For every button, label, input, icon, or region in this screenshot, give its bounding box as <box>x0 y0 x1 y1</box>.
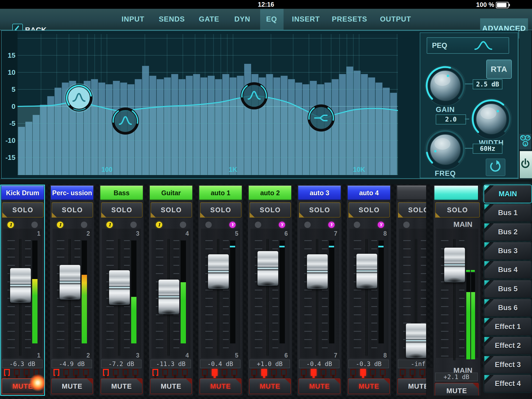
solo-button[interactable]: SOLO <box>101 202 143 218</box>
tab-insert[interactable]: INSERT <box>292 15 320 23</box>
reset-arrow-icon <box>486 159 504 174</box>
fader-db-readout: -0.3 dB <box>348 360 389 368</box>
bus-button-bus-4[interactable]: Bus 4 <box>484 261 531 279</box>
bus-button-bus-3[interactable]: Bus 3 <box>484 242 531 260</box>
solo-button[interactable]: SOLO <box>348 202 390 218</box>
eq-y-tick-label: -15 <box>2 153 15 162</box>
bus-corner-accent <box>484 223 493 232</box>
eq-band-handle[interactable] <box>242 84 266 108</box>
group-badge: 1 <box>156 222 162 228</box>
solo-button[interactable]: SOLO <box>200 202 242 218</box>
fader-db-readout: -6.3 dB <box>2 360 43 368</box>
solo-button[interactable]: SOLO <box>151 202 192 218</box>
solo-button[interactable]: SOLO <box>299 202 340 218</box>
indicator-dot <box>205 222 212 228</box>
bus-button-main[interactable]: MAIN <box>484 185 531 203</box>
mute-button[interactable]: MUTE <box>348 378 390 394</box>
gain-knob[interactable] <box>423 63 468 108</box>
channel-name-button[interactable]: auto 3 <box>298 185 341 200</box>
bus-assign-stem <box>55 375 57 378</box>
gain-knob-label: GAIN <box>425 106 465 114</box>
solo-button[interactable]: SOLO <box>435 202 480 218</box>
fader-handle[interactable] <box>444 247 465 282</box>
tab-dyn[interactable]: DYN <box>234 15 250 23</box>
meter-peak-tick <box>230 246 235 247</box>
channel-number: 6 <box>284 352 288 359</box>
level-meter <box>230 240 236 344</box>
bus-assign-stem <box>313 375 315 378</box>
bus-assign-stem <box>75 375 77 378</box>
level-meter-fill <box>466 292 470 359</box>
channel-name-button[interactable]: auto 4 <box>347 185 390 200</box>
freq-knob[interactable] <box>423 127 468 172</box>
channel-name-button[interactable] <box>397 185 426 200</box>
bus-button-bus-5[interactable]: Bus 5 <box>484 280 531 298</box>
fader-handle[interactable] <box>59 265 81 300</box>
width-knob[interactable] <box>469 96 514 142</box>
reset-button[interactable] <box>486 159 505 176</box>
tab-gate[interactable]: GATE <box>199 15 219 23</box>
filter-type-selector[interactable]: PEQ <box>427 37 509 54</box>
mute-button[interactable]: MUTE <box>249 378 291 394</box>
channel-name-button[interactable]: Bass <box>100 185 143 200</box>
solo-button[interactable]: SOLO <box>398 202 426 218</box>
channel-name-button[interactable]: auto 1 <box>199 185 242 200</box>
mute-button[interactable]: MUTE <box>150 378 192 394</box>
solo-button[interactable]: SOLO <box>2 202 44 218</box>
fader-handle[interactable] <box>406 323 426 358</box>
mute-button[interactable]: MUTE <box>298 378 340 394</box>
fader-handle[interactable] <box>307 254 328 289</box>
tab-output[interactable]: OUTPUT <box>380 15 411 23</box>
bus-button-bus-6[interactable]: Bus 6 <box>484 299 531 317</box>
tab-input[interactable]: INPUT <box>122 15 144 23</box>
bus-button-effect-1[interactable]: Effect 1 <box>484 318 531 335</box>
channel-strip: Kick DrumSOLO111-6.3 dBMUTE <box>1 185 45 396</box>
channel-number: 1 <box>37 230 40 237</box>
rta-button[interactable]: RTA <box>486 60 512 79</box>
group-badge: Y <box>279 222 285 228</box>
solo-button[interactable]: SOLO <box>52 202 93 218</box>
mini-knobs-button[interactable] <box>519 133 531 150</box>
channel-name-button[interactable]: Kick Drum <box>1 185 44 200</box>
eq-band-handle[interactable] <box>113 109 138 133</box>
level-meter-fill <box>82 275 87 343</box>
indicator-dot <box>304 222 311 228</box>
channel-name-button[interactable]: auto 2 <box>248 185 292 200</box>
mute-button[interactable]: MUTE <box>2 378 44 394</box>
channel-strip: auto 3SOLOY77-0.4 dBMUTE <box>297 185 342 396</box>
fader-handle[interactable] <box>257 251 279 286</box>
bus-button-bus-2[interactable]: Bus 2 <box>484 223 531 241</box>
mute-button[interactable]: MUTE <box>435 383 479 396</box>
mute-button[interactable]: MUTE <box>397 378 426 394</box>
eq-x-tick-label: 1K <box>229 166 237 173</box>
fader-db-readout: -0.4 dB <box>200 360 240 368</box>
tab-eq[interactable]: EQ <box>266 15 277 23</box>
bus-button-effect-2[interactable]: Effect 2 <box>484 337 531 354</box>
fader-handle[interactable] <box>158 279 180 314</box>
bus-assign-stem <box>65 375 67 378</box>
channel-name-button[interactable]: Perc- ussion <box>51 185 94 200</box>
fader-handle[interactable] <box>356 253 377 289</box>
eq-band-handle[interactable] <box>309 106 333 130</box>
meter-peak-tick <box>329 246 334 247</box>
eq-band-handle[interactable] <box>65 84 93 112</box>
mute-button[interactable]: MUTE <box>51 378 93 394</box>
fader-handle[interactable] <box>208 254 229 289</box>
bus-button-effect-3[interactable]: Effect 3 <box>484 356 531 373</box>
bus-button-effect-4[interactable]: Effect 4 <box>484 375 531 392</box>
bus-button-bus-1[interactable]: Bus 1 <box>484 204 531 222</box>
eq-power-button[interactable] <box>519 151 532 179</box>
channel-number: 3 <box>136 352 139 359</box>
bus-corner-accent <box>484 261 493 270</box>
channel-name-button[interactable]: Guitar <box>149 185 193 200</box>
main-name-button[interactable] <box>434 185 478 200</box>
tab-presets[interactable]: PRESETS <box>332 15 367 23</box>
clock: 12:16 <box>0 1 532 8</box>
solo-button[interactable]: SOLO <box>250 202 291 218</box>
mute-button[interactable]: MUTE <box>101 378 143 394</box>
eq-side-column <box>519 31 531 178</box>
tab-sends[interactable]: SENDS <box>159 15 185 23</box>
fader-handle[interactable] <box>109 270 130 305</box>
fader-handle[interactable] <box>10 268 31 303</box>
mute-button[interactable]: MUTE <box>200 378 242 394</box>
